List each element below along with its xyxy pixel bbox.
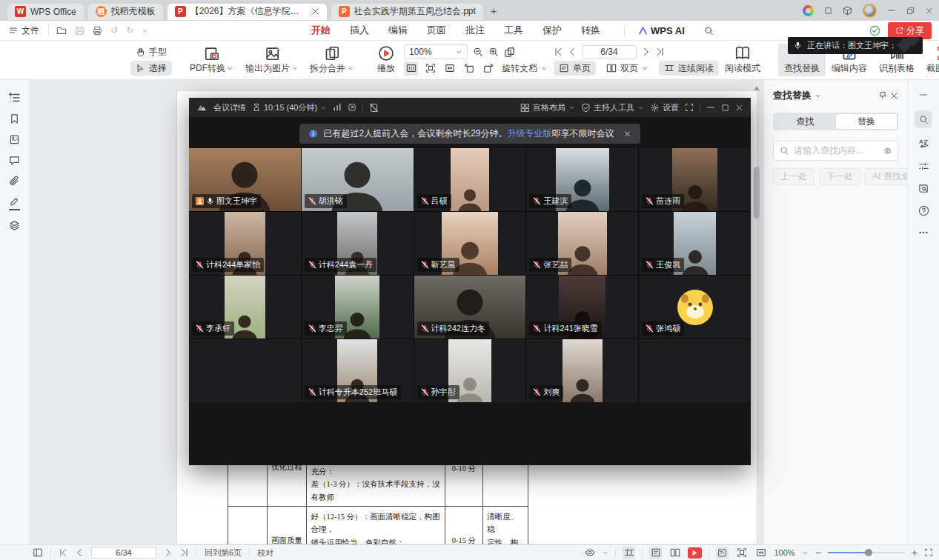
participant-tile[interactable]: 计科244单家怡: [189, 212, 301, 275]
first-page-icon[interactable]: [59, 548, 67, 557]
restore-button[interactable]: [906, 7, 915, 15]
annotate-icon[interactable]: [9, 196, 20, 210]
meeting-close-button[interactable]: [735, 104, 743, 112]
participant-tile[interactable]: 王俊凯: [639, 212, 751, 275]
tab-ppt-document[interactable]: P 社会实践学期第五周总结会.ppt: [331, 4, 483, 20]
tab-replace[interactable]: 替换: [836, 114, 897, 129]
read-mode-toggle[interactable]: [716, 547, 729, 559]
close-button[interactable]: [925, 7, 933, 15]
redo-icon[interactable]: ↻: [126, 25, 133, 36]
last-page-icon[interactable]: [656, 47, 665, 56]
undo-icon[interactable]: ↺: [110, 25, 118, 36]
tab-insert[interactable]: 插入: [350, 24, 369, 37]
fit-page-button[interactable]: [423, 61, 437, 76]
workspace-icon[interactable]: [824, 7, 832, 15]
participant-tile[interactable]: 李承轩: [189, 276, 301, 339]
tab-docer-templates[interactable]: 稻 找稻壳模板: [88, 4, 163, 20]
page-indicator-input[interactable]: 6/34: [582, 45, 637, 59]
minimize-button[interactable]: [887, 6, 896, 15]
open-icon[interactable]: [56, 25, 67, 36]
continuous-read-button[interactable]: 连续阅读: [659, 61, 719, 76]
meeting-details-button[interactable]: 会议详情: [213, 102, 246, 113]
hand-tool-button[interactable]: 手型: [130, 44, 172, 59]
zoom-slider[interactable]: [828, 552, 905, 553]
print-icon[interactable]: [93, 26, 102, 36]
dictionary-icon[interactable]: [918, 183, 929, 194]
participant-tile[interactable]: 计科241张晓雪: [526, 276, 638, 339]
participant-tile[interactable]: 吕硕: [414, 148, 526, 211]
scroll-up-arrow[interactable]: [754, 86, 760, 90]
read-mode-button[interactable]: 阅读模式: [719, 44, 766, 76]
chevron-down-icon[interactable]: [814, 93, 821, 99]
tab-start[interactable]: 开始: [311, 24, 331, 37]
participant-tile[interactable]: 孙宇彤: [414, 339, 526, 402]
participant-tile[interactable]: 张鸿硕: [639, 276, 751, 339]
adjust-icon[interactable]: [918, 161, 929, 172]
fullscreen-icon[interactable]: [685, 103, 694, 112]
find-next-button[interactable]: 下一处: [819, 168, 860, 185]
bookmark-icon[interactable]: [9, 113, 20, 124]
save-icon[interactable]: [75, 26, 84, 36]
play-button[interactable]: 播放: [371, 44, 401, 76]
fit-page-toggle[interactable]: [735, 547, 748, 559]
share-screen-icon[interactable]: [348, 103, 356, 112]
zoom-in-button[interactable]: +: [912, 547, 918, 559]
pdf-convert-button[interactable]: PDF转换: [184, 44, 239, 76]
close-panel-icon[interactable]: [890, 92, 898, 100]
fit-width-toggle[interactable]: [754, 547, 767, 559]
collapse-icon[interactable]: [919, 90, 928, 99]
find-input[interactable]: 请输入查找内容... ⚙: [773, 141, 898, 161]
thumbnails-icon[interactable]: [9, 134, 20, 145]
rotate-left-button[interactable]: [462, 61, 476, 76]
find-prev-button[interactable]: 上一处: [773, 168, 814, 185]
scrollbar-thumb[interactable]: [754, 167, 760, 219]
network-signal-icon[interactable]: [333, 103, 342, 112]
proofread-button[interactable]: 校对: [257, 547, 273, 559]
zoom-combo[interactable]: 100%: [404, 44, 468, 59]
meeting-minimize-button[interactable]: [706, 103, 715, 112]
wps-ai-button[interactable]: WPS AI: [624, 25, 685, 36]
participant-tile[interactable]: 苗连雨: [639, 148, 751, 211]
chevron-down-icon[interactable]: [602, 550, 608, 556]
tab-edit[interactable]: 编辑: [388, 24, 408, 37]
page-indicator-input[interactable]: 6/34: [91, 547, 156, 559]
rotate-right-button[interactable]: [481, 61, 495, 76]
tab-convert[interactable]: 转换: [581, 24, 600, 37]
participant-tile[interactable]: 计科244袁一丹: [302, 212, 414, 275]
upgrade-pro-link[interactable]: 升级专业版: [507, 128, 551, 139]
participant-tile[interactable]: 图文王坤宇: [189, 148, 301, 211]
tab-home[interactable]: W WPS Office: [7, 4, 84, 20]
input-settings-icon[interactable]: ⚙: [883, 146, 892, 156]
search-tool-active[interactable]: [915, 110, 932, 128]
tab-find[interactable]: 查找: [774, 114, 836, 129]
tab-tools[interactable]: 工具: [504, 24, 523, 37]
prev-page-icon[interactable]: [568, 47, 577, 56]
meeting-maximize-button[interactable]: [721, 104, 729, 112]
grid-layout-button[interactable]: 宫格布局: [520, 102, 575, 113]
attachment-icon[interactable]: [9, 176, 20, 187]
participant-tile[interactable]: 刘爽: [526, 339, 638, 402]
continuous-read-toggle[interactable]: [623, 547, 635, 559]
prev-page-icon[interactable]: [75, 548, 84, 557]
meeting-settings-button[interactable]: 设置: [650, 102, 679, 113]
recording-disabled-icon[interactable]: [369, 103, 379, 113]
close-tab-icon[interactable]: [311, 7, 319, 16]
meeting-timer[interactable]: 10:15 (40分钟): [252, 102, 327, 113]
select-tool-button[interactable]: 选择: [130, 61, 172, 76]
zoom-value[interactable]: 100%: [774, 548, 794, 557]
layers-icon[interactable]: [9, 220, 20, 231]
help-icon[interactable]: [918, 205, 929, 216]
zoom-in-icon[interactable]: [488, 47, 499, 57]
next-page-icon[interactable]: [164, 548, 173, 557]
chevron-down-icon[interactable]: [802, 550, 809, 556]
view-mode-icon[interactable]: [585, 547, 595, 558]
fit-width-button[interactable]: [442, 61, 457, 76]
more-icon[interactable]: [918, 227, 929, 238]
participant-tile[interactable]: 计科专升本252班马硕: [302, 339, 414, 402]
participant-tile[interactable]: 张艺喆: [526, 212, 638, 275]
participant-tile[interactable]: 计科242连力冬: [414, 276, 526, 339]
file-menu-button[interactable]: 文件: [0, 24, 48, 37]
pin-icon[interactable]: [878, 91, 887, 100]
theme-icon[interactable]: [803, 5, 814, 16]
tab-pdf-document[interactable]: P 【2026】方案《信息学院（含艺: [167, 4, 327, 20]
